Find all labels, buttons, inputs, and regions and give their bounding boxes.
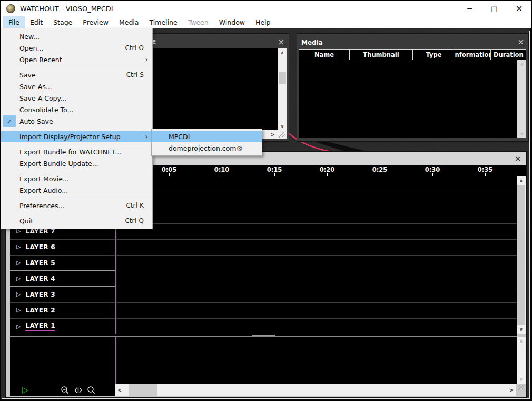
timeline-close-icon[interactable]: × bbox=[515, 154, 526, 163]
expand-triangle-icon[interactable]: ▷ bbox=[16, 307, 21, 314]
ruler-tick-label: 0:20 bbox=[320, 166, 335, 173]
stage-close-icon[interactable]: × bbox=[275, 38, 287, 46]
shortcut-label: Ctrl-Q bbox=[125, 217, 144, 224]
menu-item-export-bundle-watchnet[interactable]: Export Bundle for WATCHNET... bbox=[1, 146, 152, 158]
menu-preview[interactable]: Preview bbox=[77, 16, 114, 28]
media-close-icon[interactable]: × bbox=[515, 38, 526, 46]
menu-separator bbox=[18, 67, 151, 67]
menu-stage[interactable]: Stage bbox=[48, 16, 77, 28]
scrollbar-thumb[interactable] bbox=[129, 384, 157, 396]
column-header-information[interactable]: Information bbox=[455, 50, 491, 60]
import-setup-submenu: MPCDI domeprojection.com® bbox=[151, 129, 262, 156]
menu-edit[interactable]: Edit bbox=[25, 16, 48, 28]
maximize-button[interactable]: □ bbox=[482, 1, 507, 16]
minimize-button[interactable]: ─ bbox=[457, 1, 482, 16]
menu-item-import-display-projector-setup[interactable]: Import Display/Projector Setup › bbox=[1, 131, 152, 142]
layer-header-2[interactable]: ▷ LAYER 2 bbox=[10, 302, 115, 318]
layer-header-3[interactable]: ▷ LAYER 3 bbox=[10, 287, 115, 302]
window-controls: ─ □ × bbox=[457, 1, 531, 16]
stage-panel-titlebar[interactable]: E × bbox=[152, 36, 287, 48]
submenu-item-mpcdi[interactable]: MPCDI bbox=[152, 131, 262, 142]
media-panel: Media × Name Thumbnail Type Information … bbox=[297, 34, 528, 141]
window-edge bbox=[1, 399, 532, 401]
submenu-item-domeprojection[interactable]: domeprojection.com® bbox=[152, 142, 262, 154]
menu-separator bbox=[18, 198, 151, 198]
layer-label: LAYER 4 bbox=[25, 275, 55, 282]
scroll-down-icon[interactable]: ∨ bbox=[517, 375, 526, 384]
column-header-type[interactable]: Type bbox=[413, 50, 455, 60]
shortcut-label: Ctrl-K bbox=[126, 202, 144, 209]
media-panel-titlebar[interactable]: Media × bbox=[299, 36, 526, 49]
resize-grip-icon[interactable] bbox=[518, 385, 524, 391]
media-list-area[interactable] bbox=[299, 60, 517, 138]
menu-help[interactable]: Help bbox=[250, 16, 276, 28]
layer-header-1[interactable]: ▷ LAYER 1 bbox=[10, 318, 115, 334]
menu-item-open[interactable]: Open... Ctrl-O bbox=[1, 42, 152, 54]
scroll-up-icon[interactable]: ∧ bbox=[278, 48, 287, 56]
scroll-left-icon[interactable]: < bbox=[115, 384, 124, 396]
expand-triangle-icon[interactable]: ▷ bbox=[16, 259, 21, 266]
layer-header-5[interactable]: ▷ LAYER 5 bbox=[10, 255, 115, 271]
menu-item-quit[interactable]: Quit Ctrl-Q bbox=[1, 215, 152, 227]
timeline-horizontal-scrollbar[interactable]: < > bbox=[115, 384, 516, 396]
zoom-fit-icon[interactable] bbox=[74, 387, 82, 394]
scrollbar-thumb[interactable] bbox=[279, 72, 286, 84]
scrollbar-thumb[interactable] bbox=[517, 185, 525, 325]
splitter-handle-icon[interactable] bbox=[252, 335, 275, 336]
layer-label: LAYER 5 bbox=[25, 259, 55, 267]
expand-triangle-icon[interactable]: ▷ bbox=[16, 243, 21, 250]
close-button[interactable]: × bbox=[507, 1, 531, 16]
scroll-right-icon[interactable]: > bbox=[507, 384, 516, 396]
column-header-thumbnail[interactable]: Thumbnail bbox=[350, 50, 413, 60]
timeline-lower-pane[interactable] bbox=[10, 337, 517, 384]
menu-item-export-movie[interactable]: Export Movie... bbox=[1, 173, 152, 184]
zoom-out-icon[interactable] bbox=[61, 386, 70, 395]
menu-item-open-recent[interactable]: Open Recent › bbox=[1, 54, 152, 65]
menu-media[interactable]: Media bbox=[114, 16, 144, 28]
play-button[interactable]: ▷ bbox=[22, 386, 28, 394]
shortcut-label: Ctrl-O bbox=[125, 44, 144, 52]
scroll-down-icon[interactable]: ∨ bbox=[517, 130, 526, 138]
resize-grip-icon[interactable] bbox=[279, 132, 285, 138]
scroll-up-icon[interactable]: ∧ bbox=[517, 176, 526, 185]
scroll-up-icon[interactable]: ∧ bbox=[517, 337, 526, 345]
menu-file[interactable]: File bbox=[3, 16, 25, 28]
scroll-up-icon[interactable]: ∧ bbox=[517, 60, 526, 68]
window-edge bbox=[530, 28, 532, 401]
menu-window[interactable]: Window bbox=[214, 16, 250, 28]
checkmark-icon: ✓ bbox=[3, 115, 16, 127]
menu-timeline[interactable]: Timeline bbox=[144, 16, 182, 28]
ruler-tick-label: 0:05 bbox=[162, 166, 177, 173]
expand-triangle-icon[interactable]: ▷ bbox=[16, 291, 21, 298]
menu-item-export-audio[interactable]: Export Audio... bbox=[1, 184, 152, 196]
menu-item-new[interactable]: New... bbox=[1, 31, 152, 42]
media-vertical-scrollbar[interactable]: ∧ ∨ bbox=[517, 60, 526, 138]
scroll-down-icon[interactable]: ∨ bbox=[278, 122, 287, 130]
menu-item-export-bundle-update[interactable]: Export Bundle Update... bbox=[1, 158, 152, 169]
column-header-name[interactable]: Name bbox=[299, 50, 350, 60]
zoom-in-icon[interactable] bbox=[87, 386, 96, 395]
media-table-header: Name Thumbnail Type Information Duration bbox=[299, 49, 526, 60]
menu-item-consolidate-to[interactable]: Consolidate To... bbox=[1, 104, 152, 115]
stage-vertical-scrollbar[interactable]: ∧ ∨ bbox=[278, 48, 287, 130]
ruler-tick-label: 0:35 bbox=[478, 166, 493, 173]
layer-header-6[interactable]: ▷ LAYER 6 bbox=[10, 239, 115, 255]
layer-header-4[interactable]: ▷ LAYER 4 bbox=[10, 271, 115, 287]
stage-canvas[interactable] bbox=[152, 48, 278, 130]
submenu-arrow-icon: › bbox=[145, 133, 148, 140]
expand-triangle-icon[interactable]: ▷ bbox=[16, 323, 21, 330]
stage-panel: E × ∧ ∨ > bbox=[150, 34, 289, 141]
scroll-right-icon[interactable]: > bbox=[271, 132, 275, 138]
menu-item-save-a-copy[interactable]: Save A Copy... bbox=[1, 92, 152, 104]
lower-vertical-scrollbar[interactable]: ∧ ∨ bbox=[517, 337, 526, 384]
menu-item-auto-save[interactable]: ✓ Auto Save bbox=[1, 115, 152, 127]
scroll-down-icon[interactable]: ∨ bbox=[517, 325, 526, 334]
menu-item-preferences[interactable]: Preferences... Ctrl-K bbox=[1, 200, 152, 211]
titlebar: WATCHOUT - VIOSO_MPCDI ─ □ × bbox=[1, 1, 531, 16]
expand-triangle-icon[interactable]: ▷ bbox=[16, 275, 21, 282]
column-header-duration[interactable]: Duration bbox=[491, 50, 526, 60]
timeline-vertical-scrollbar[interactable]: ∧ ∨ bbox=[517, 176, 526, 334]
app-window: WATCHOUT - VIOSO_MPCDI ─ □ × File Edit S… bbox=[0, 0, 532, 401]
menu-item-save[interactable]: Save Ctrl-S bbox=[1, 69, 152, 81]
menu-item-save-as[interactable]: Save As... bbox=[1, 81, 152, 92]
